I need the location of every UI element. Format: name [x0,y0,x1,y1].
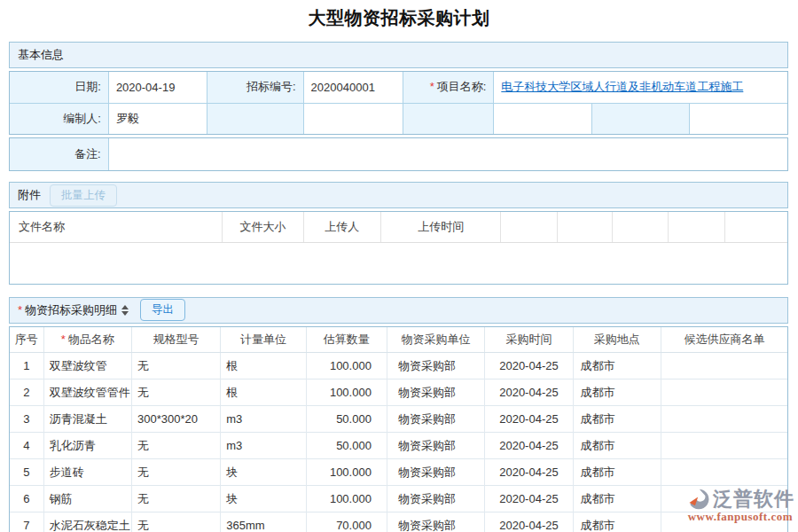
cell: 2020-04-25 [485,379,573,406]
page-title: 大型物资招标采购计划 [0,6,798,30]
cell: 无 [131,353,220,379]
cell: 物资采购部 [387,379,484,406]
cell: 乳化沥青 [43,433,131,459]
cell: 沥青混凝土 [43,406,131,433]
cell: 100.000 [306,353,387,379]
required-asterisk: * [18,303,22,317]
cell: m3 [221,406,306,433]
cell: 50.000 [306,406,387,433]
column-header: 文件大小 [223,212,303,242]
column-header: 上传时间 [380,212,500,242]
remark-row: 备注: [10,138,787,170]
cell: 无 [131,433,220,459]
cell: 无 [131,486,220,512]
bid-no-label: 招标编号: [207,72,303,103]
column-header: *物品名称 [43,327,131,353]
column-header [612,212,668,242]
cell: 1 [10,353,43,379]
basic-info-table-box: 日期: 2020-04-19 招标编号: 2020040001 *项目名称: 电… [9,71,788,135]
table-row[interactable]: 4乳化沥青无m350.000物资采购部2020-04-25成都市 [10,433,787,459]
table-row[interactable]: 7水泥石灰稳定土无365mm70.000物资采购部2020-04-25成都市 [10,512,787,532]
creator-label: 编制人: [10,103,108,134]
cell: 300*300*20 [131,406,220,433]
cell: 2020-04-25 [485,512,573,532]
column-header [501,212,557,242]
column-header: 采购地点 [573,327,661,353]
cell: 6 [10,486,43,512]
cell: 2020-04-25 [485,406,573,433]
project-name-link[interactable]: 电子科技大学区域人行道及非机动车道工程施工 [501,80,743,93]
column-header: 序号 [10,327,43,353]
cell: 成都市 [573,512,661,532]
vendor-watermark: 泛普软件 www.fanpusoft.com [672,486,794,524]
detail-title: 物资招标采购明细 [25,302,117,318]
remark-value[interactable] [108,138,787,170]
attachments-table: 文件名称文件大小上传人上传时间 [10,212,787,243]
vendor-url: www.fanpusoft.com [672,510,794,524]
cell: 无 [131,512,220,532]
project-name-cell: 电子科技大学区域人行道及非机动车道工程施工 [494,72,787,103]
date-value[interactable]: 2020-04-19 [108,72,207,103]
cell: 2020-04-25 [485,459,573,486]
cell: 成都市 [573,353,661,379]
required-asterisk: * [430,80,434,93]
basic-info-title: 基本信息 [18,47,64,63]
cell: 4 [10,433,43,459]
cell: 根 [221,379,306,406]
attachments-section: 附件 批量上传 文件名称文件大小上传人上传时间 [9,182,788,285]
cell: 70.000 [306,512,387,532]
sort-icon[interactable] [121,305,129,316]
cell: 物资采购部 [387,512,484,532]
cell: 成都市 [573,459,661,486]
attachments-title: 附件 [18,187,41,203]
cell [661,459,787,486]
column-header [557,212,612,242]
attachments-header: 附件 批量上传 [9,182,788,208]
table-row[interactable]: 3沥青混凝土300*300*20m350.000物资采购部2020-04-25成… [10,406,787,433]
detail-header: * 物资招标采购明细 导出 [9,297,788,324]
remark-table: 备注: [10,138,787,170]
basic-info-header: 基本信息 [9,42,788,68]
cell: 5 [10,459,43,486]
detail-table-body: 1双壁波纹管无根100.000物资采购部2020-04-25成都市2双壁波纹管管… [10,353,787,532]
cell: 成都市 [573,406,661,433]
cell: 2020-04-25 [485,353,573,379]
cell: 100.000 [306,459,387,486]
basic-info-section: 基本信息 日期: 2020-04-19 招标编号: 2020040001 *项目… [9,42,788,171]
remark-box: 备注: [9,137,788,171]
date-label: 日期: [10,72,108,103]
column-header: 候选供应商名单 [661,327,787,353]
cell: 成都市 [573,486,661,512]
table-row[interactable]: 1双壁波纹管无根100.000物资采购部2020-04-25成都市 [10,353,787,379]
detail-table: 序号*物品名称规格型号计量单位估算数量物资采购单位采购时间采购地点候选供应商名单… [10,327,787,532]
table-row[interactable]: 6钢筋无块100.000物资采购部2020-04-25成都市 [10,486,787,512]
export-button[interactable]: 导出 [140,299,185,321]
cell: 物资采购部 [387,406,484,433]
project-name-label: *项目名称: [403,72,493,103]
column-header [668,212,724,242]
cell: m3 [221,433,306,459]
cell: 块 [221,486,306,512]
column-header: 采购时间 [485,327,573,353]
cell: 成都市 [573,433,661,459]
empty-value-cell [690,103,787,134]
detail-header-row: 序号*物品名称规格型号计量单位估算数量物资采购单位采购时间采购地点候选供应商名单 [10,327,787,353]
attachments-header-row: 文件名称文件大小上传人上传时间 [10,212,787,242]
column-header: 计量单位 [221,327,306,353]
creator-value[interactable]: 罗毅 [108,103,207,134]
cell: 100.000 [306,486,387,512]
cell: 7 [10,512,43,532]
remark-label: 备注: [10,138,108,170]
bid-no-value[interactable]: 2020040001 [303,72,403,103]
cell: 3 [10,406,43,433]
cell: 2 [10,379,43,406]
column-header: 规格型号 [131,327,220,353]
table-row[interactable]: 2双壁波纹管管件无根100.000物资采购部2020-04-25成都市 [10,379,787,406]
cell [661,406,787,433]
empty-value-cell [494,103,591,134]
empty-label-cell [403,103,493,134]
empty-label-cell [591,103,689,134]
cell [661,353,787,379]
table-row[interactable]: 5步道砖无块100.000物资采购部2020-04-25成都市 [10,459,787,486]
batch-upload-button[interactable]: 批量上传 [50,184,117,207]
